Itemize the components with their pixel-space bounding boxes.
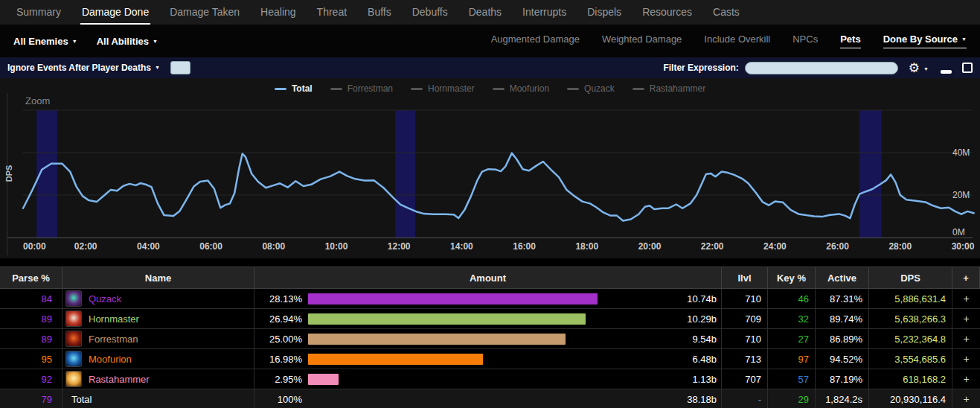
tab-dispels[interactable]: Dispels <box>586 0 623 25</box>
table-row[interactable]: 95Moofurion16.98%6.48b7139794.52%3,554,6… <box>0 349 980 369</box>
column-header-active[interactable]: Active <box>816 267 869 288</box>
tab-interrupts[interactable]: Interrupts <box>521 0 568 25</box>
toggle-include-overkill[interactable]: Include Overkill <box>704 34 770 48</box>
tab-summary[interactable]: Summary <box>15 0 63 25</box>
filter-expression-label: Filter Expression: <box>663 63 738 73</box>
column-header-parse[interactable]: Parse % <box>0 267 63 288</box>
toggle-pets[interactable]: Pets <box>840 34 860 48</box>
toggle-done-by-source[interactable]: Done By Source▼ <box>883 34 967 48</box>
column-header-name[interactable]: Name <box>63 267 254 288</box>
gear-icon[interactable]: ⚙▼ <box>909 62 929 74</box>
chevron-down-icon: ▼ <box>153 39 158 44</box>
column-header-key[interactable]: Key % <box>768 267 816 288</box>
legend-item-hornmaster[interactable]: Hornmaster <box>411 83 475 94</box>
player-name-link[interactable]: Hornmaster <box>89 313 139 325</box>
column-header-amount[interactable]: Amount <box>254 267 722 288</box>
damage-bar-track <box>308 374 663 385</box>
legend-item-total[interactable]: Total <box>275 83 313 94</box>
spec-icon-rastahammer-icon <box>65 371 82 387</box>
spec-icon-moofurion-icon <box>65 351 82 367</box>
ignore-deaths-input[interactable] <box>170 61 190 74</box>
legend-item-quzack[interactable]: Quzack <box>567 83 615 94</box>
tab-healing[interactable]: Healing <box>259 0 297 25</box>
death-band <box>859 110 881 238</box>
legend-line-icon <box>493 88 505 90</box>
top-nav: SummaryDamage DoneDamage TakenHealingThr… <box>0 0 980 25</box>
total-label: Total <box>71 394 92 405</box>
damage-bar <box>308 374 339 385</box>
spec-icon-forrestman-icon <box>65 331 82 347</box>
column-header-dps[interactable]: DPS <box>869 267 952 288</box>
key-percent-cell: 32 <box>768 309 816 328</box>
dps-chart-panel: TotalForrestmanHornmasterMoofurionQuzack… <box>0 78 980 258</box>
column-header-[interactable]: + <box>952 267 980 288</box>
expand-row-button[interactable]: + <box>952 389 980 408</box>
table-row[interactable]: 92Rastahammer2.95%1.13b7075787.19%618,16… <box>0 369 980 389</box>
tab-deaths[interactable]: Deaths <box>467 0 503 25</box>
expand-row-button[interactable]: + <box>952 349 980 369</box>
dropdown-all-enemies[interactable]: All Enemies▼ <box>13 36 77 47</box>
column-header-ilvl[interactable]: Ilvl <box>722 267 768 288</box>
player-name-link[interactable]: Quzack <box>89 293 121 305</box>
player-name-link[interactable]: Rastahammer <box>89 374 150 385</box>
table-row[interactable]: 89Hornmaster26.94%10.29b7093289.74%5,638… <box>0 309 980 329</box>
dps-cell: 5,886,631.4 <box>869 289 952 308</box>
active-cell: 87.19% <box>816 369 869 389</box>
legend-item-rastahammer[interactable]: Rastahammer <box>632 83 705 94</box>
tab-buffs[interactable]: Buffs <box>366 0 393 25</box>
chart-zoom-label: Zoom <box>25 95 50 106</box>
name-cell: Total <box>63 389 254 408</box>
amount-cell: 100%38.18b <box>254 389 722 408</box>
amount-value: 1.13b <box>669 374 717 385</box>
damage-bar <box>308 293 598 305</box>
amount-cell: 25.00%9.54b <box>254 329 722 348</box>
expand-row-button[interactable]: + <box>952 369 980 389</box>
x-axis-tick: 10:00 <box>325 241 348 252</box>
toggle-augmented-damage[interactable]: Augmented Damage <box>491 34 580 48</box>
table-row[interactable]: 84Quzack28.13%10.74b7104687.31%5,886,631… <box>0 289 980 309</box>
x-axis-tick: 24:00 <box>763 241 787 252</box>
x-axis-tick: 16:00 <box>513 241 536 252</box>
death-band <box>395 110 415 238</box>
tab-casts[interactable]: Casts <box>711 0 741 25</box>
filter-expression-input[interactable] <box>745 62 898 74</box>
tab-damage-done[interactable]: Damage Done <box>80 0 150 25</box>
amount-value: 10.74b <box>669 293 717 305</box>
tab-threat[interactable]: Threat <box>316 0 348 25</box>
damage-bar-track <box>308 313 663 325</box>
expand-row-button[interactable]: + <box>952 289 980 308</box>
x-axis-tick: 18:00 <box>575 241 598 252</box>
table-row[interactable]: 79Total100%38.18b-291,824.2s20,930,116.4… <box>0 389 980 408</box>
legend-label: Total <box>292 83 313 94</box>
player-name-link[interactable]: Forrestman <box>89 334 138 345</box>
parse-percent: 79 <box>0 389 63 408</box>
dropdown-all-abilities[interactable]: All Abilities▼ <box>97 36 158 47</box>
chevron-down-icon: ▼ <box>72 39 77 44</box>
name-cell: Rastahammer <box>63 369 254 389</box>
dps-line-chart[interactable]: 0M20M40M00:0002:0004:0006:0008:0010:0012… <box>0 78 980 258</box>
dps-cell: 20,930,116.4 <box>869 389 952 408</box>
tab-resources[interactable]: Resources <box>641 0 694 25</box>
expand-row-button[interactable]: + <box>952 329 980 348</box>
parse-percent: 84 <box>0 289 63 308</box>
x-axis-tick: 08:00 <box>262 241 285 252</box>
minimize-icon[interactable] <box>941 70 952 74</box>
ignore-deaths-dropdown[interactable]: Ignore Events After Player Deaths▼ <box>7 63 160 73</box>
legend-item-forrestman[interactable]: Forrestman <box>330 83 393 94</box>
legend-line-icon <box>411 88 423 90</box>
x-axis-tick: 14:00 <box>450 241 473 252</box>
name-cell: Quzack <box>63 289 254 308</box>
player-name-link[interactable]: Moofurion <box>89 354 132 365</box>
active-cell: 1,824.2s <box>816 389 869 408</box>
legend-item-moofurion[interactable]: Moofurion <box>493 83 549 94</box>
damage-table: Parse %NameAmountIlvlKey %ActiveDPS+ 84Q… <box>0 267 980 408</box>
legend-label: Hornmaster <box>428 83 475 94</box>
ilvl-cell: 709 <box>722 309 768 328</box>
toggle-npcs[interactable]: NPCs <box>792 34 818 48</box>
maximize-icon[interactable] <box>962 63 973 73</box>
tab-debuffs[interactable]: Debuffs <box>411 0 449 25</box>
tab-damage-taken[interactable]: Damage Taken <box>168 0 241 25</box>
table-row[interactable]: 89Forrestman25.00%9.54b7102786.89%5,232,… <box>0 329 980 349</box>
expand-row-button[interactable]: + <box>952 309 980 328</box>
toggle-weighted-damage[interactable]: Weighted Damage <box>602 34 682 48</box>
